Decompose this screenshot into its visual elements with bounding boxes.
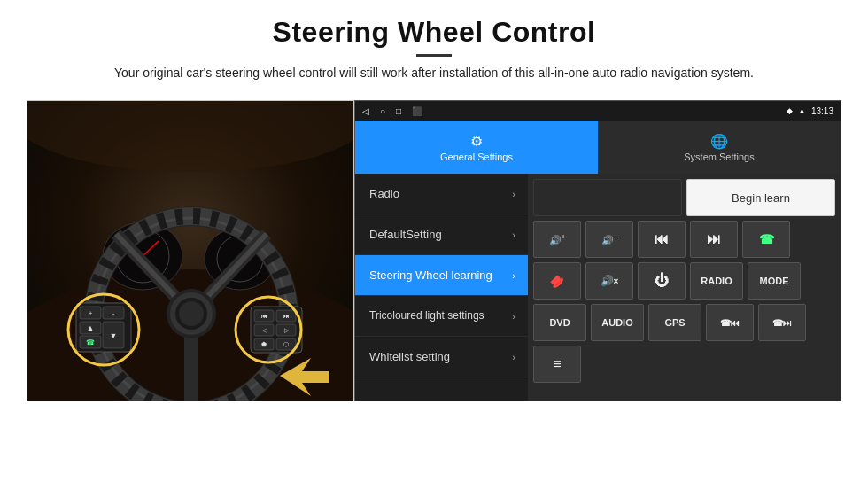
- menu-item-default-label: DefaultSetting: [369, 228, 512, 242]
- menu-item-whitelist-label: Whitelist setting: [369, 350, 512, 364]
- chevron-icon-tricoloured: ›: [512, 311, 515, 322]
- svg-text:⏭: ⏭: [283, 313, 290, 319]
- tab-general-settings[interactable]: ⚙ General Settings: [355, 121, 598, 174]
- settings-tabs: ⚙ General Settings 🌐 System Settings: [355, 121, 841, 174]
- prev-icon: ⏮: [655, 231, 669, 247]
- svg-point-21: [179, 301, 204, 326]
- tel-prev-button[interactable]: ☎⏮: [706, 304, 754, 341]
- tab-system-settings[interactable]: 🌐 System Settings: [598, 121, 841, 174]
- menu-item-whitelist[interactable]: Whitelist setting ›: [355, 337, 528, 377]
- controls-row-1: Begin learn: [533, 179, 835, 216]
- svg-text:⬟: ⬟: [261, 341, 267, 347]
- controls-row-2: 🔊+ 🔊− ⏮ ⏭ ☎: [533, 221, 835, 258]
- content-row: + - ▲ ☎ ▼ ⏮ ⏭: [27, 100, 841, 401]
- status-bar: ◁ ○ □ ⬛ ◆ ▲ 13:13: [355, 101, 841, 121]
- menu-item-steering[interactable]: Steering Wheel learning ›: [355, 255, 528, 296]
- menu-item-radio-label: Radio: [369, 187, 512, 201]
- svg-text:▼: ▼: [110, 331, 118, 340]
- next-track-button[interactable]: ⏭: [690, 221, 738, 258]
- mute-icon: 🔊×: [601, 275, 619, 287]
- mute-button[interactable]: 🔊×: [585, 262, 633, 300]
- controls-panel: Begin learn 🔊+ 🔊− ⏮: [528, 174, 841, 401]
- status-bar-right: ◆ ▲ 13:13: [787, 106, 833, 116]
- chevron-icon-default: ›: [512, 230, 515, 240]
- title-section: Steering Wheel Control Your original car…: [114, 16, 754, 95]
- svg-text:⬡: ⬡: [283, 341, 289, 347]
- phone-icon: ☎: [759, 232, 774, 246]
- next-icon: ⏭: [707, 231, 721, 247]
- svg-text:-: -: [112, 309, 115, 317]
- audio-button[interactable]: AUDIO: [591, 304, 644, 341]
- tel-next-button[interactable]: ☎⏭: [758, 304, 806, 341]
- tab-system-label: System Settings: [684, 152, 754, 162]
- power-icon: ⏻: [655, 273, 669, 289]
- menu-item-steering-label: Steering Wheel learning: [369, 268, 512, 283]
- list-icon: ≡: [553, 356, 561, 372]
- svg-text:+: +: [89, 309, 93, 317]
- image-panel: + - ▲ ☎ ▼ ⏮ ⏭: [27, 100, 354, 401]
- main-content: Radio › DefaultSetting › Steering Wheel …: [355, 174, 841, 401]
- chevron-icon-whitelist: ›: [512, 352, 515, 362]
- menu-item-tricoloured-label: Tricoloured light settings: [369, 309, 512, 322]
- recent-nav-icon[interactable]: □: [396, 106, 401, 116]
- controls-row-4: DVD AUDIO GPS ☎⏮ ☎⏭: [533, 304, 835, 341]
- svg-text:☎: ☎: [86, 338, 95, 346]
- home-nav-icon[interactable]: ○: [380, 106, 385, 116]
- volume-up-icon: 🔊+: [549, 233, 566, 246]
- screenshot-icon[interactable]: ⬛: [412, 106, 422, 116]
- mode-button[interactable]: MODE: [748, 262, 801, 300]
- tel-prev-icon: ☎⏮: [720, 318, 740, 328]
- prev-track-button[interactable]: ⏮: [638, 221, 686, 258]
- page-container: Steering Wheel Control Your original car…: [0, 0, 868, 498]
- svg-text:⏮: ⏮: [261, 313, 267, 319]
- power-button[interactable]: ⏻: [638, 262, 686, 300]
- chevron-icon-steering: ›: [512, 270, 515, 281]
- dvd-button[interactable]: DVD: [533, 304, 586, 341]
- tab-general-label: General Settings: [440, 152, 513, 162]
- phone-answer-button[interactable]: ☎: [742, 221, 790, 258]
- radio-button[interactable]: RADIO: [690, 262, 743, 300]
- gear-icon: ⚙: [470, 133, 483, 150]
- status-bar-left: ◁ ○ □ ⬛: [362, 106, 422, 116]
- globe-icon: 🌐: [710, 133, 728, 150]
- begin-learn-button[interactable]: Begin learn: [686, 179, 835, 216]
- steering-wheel-svg: + - ▲ ☎ ▼ ⏮ ⏭: [27, 101, 353, 401]
- svg-text:▲: ▲: [87, 323, 95, 332]
- steering-wheel-image: + - ▲ ☎ ▼ ⏮ ⏭: [27, 101, 353, 401]
- list-button[interactable]: ≡: [533, 346, 581, 383]
- hangup-button[interactable]: ☎: [533, 262, 581, 300]
- menu-item-default[interactable]: DefaultSetting ›: [355, 214, 528, 255]
- menu-item-radio[interactable]: Radio ›: [355, 174, 528, 214]
- controls-row-5: ≡: [533, 346, 835, 383]
- location-icon: ◆: [787, 106, 793, 115]
- controls-row-3: ☎ 🔊× ⏻ RADIO MODE: [533, 262, 835, 300]
- menu-panel: Radio › DefaultSetting › Steering Wheel …: [355, 174, 528, 401]
- menu-item-tricoloured[interactable]: Tricoloured light settings ›: [355, 296, 528, 337]
- gps-button[interactable]: GPS: [648, 304, 701, 341]
- page-title: Steering Wheel Control: [114, 16, 754, 49]
- volume-up-button[interactable]: 🔊+: [533, 221, 581, 258]
- clock: 13:13: [811, 106, 833, 116]
- subtitle: Your original car's steering wheel contr…: [114, 64, 754, 82]
- hangup-icon: ☎: [547, 271, 567, 291]
- back-nav-icon[interactable]: ◁: [362, 106, 369, 116]
- volume-down-icon: 🔊−: [601, 233, 618, 246]
- wifi-icon: ▲: [798, 106, 806, 115]
- chevron-icon-radio: ›: [512, 189, 515, 199]
- tel-next-icon: ☎⏭: [772, 318, 792, 328]
- empty-cell-1: [533, 179, 682, 216]
- title-divider: [416, 54, 452, 57]
- volume-down-button[interactable]: 🔊−: [585, 221, 633, 258]
- device-panel: ◁ ○ □ ⬛ ◆ ▲ 13:13 ⚙ General Settings: [354, 100, 841, 401]
